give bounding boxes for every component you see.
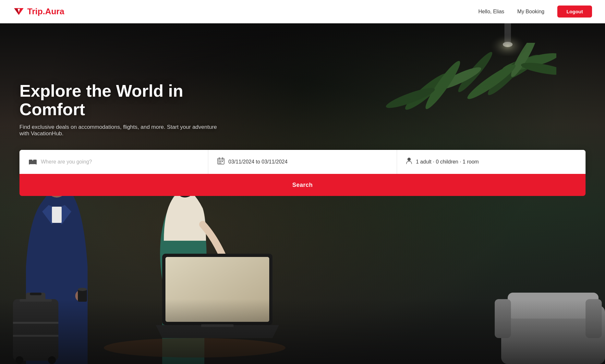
svg-marker-1 bbox=[14, 8, 19, 15]
svg-rect-54 bbox=[220, 163, 221, 164]
svg-point-19 bbox=[78, 288, 87, 291]
my-booking-link[interactable]: My Booking bbox=[517, 9, 545, 15]
search-container: 03/11/2024 to 03/11/2024 1 adult · 0 chi… bbox=[0, 150, 605, 196]
svg-rect-51 bbox=[220, 161, 221, 162]
guests-field[interactable]: 1 adult · 0 children · 1 room bbox=[397, 150, 586, 174]
svg-rect-50 bbox=[219, 161, 220, 162]
destination-field[interactable] bbox=[19, 150, 208, 174]
nav-right: Hello, Elias My Booking Logout bbox=[478, 6, 592, 18]
hero-content: Explore the World in Comfort Find exclus… bbox=[0, 23, 605, 137]
svg-rect-16 bbox=[52, 207, 62, 223]
svg-rect-53 bbox=[219, 163, 220, 164]
hero-title: Explore the World in Comfort bbox=[19, 82, 247, 119]
logo-trip: Trip. bbox=[27, 6, 45, 16]
logo[interactable]: Trip.Aura bbox=[13, 6, 64, 18]
svg-rect-42 bbox=[29, 160, 32, 162]
nav-greeting: Hello, Elias bbox=[478, 9, 504, 15]
date-field[interactable]: 03/11/2024 to 03/11/2024 bbox=[208, 150, 397, 174]
svg-rect-52 bbox=[222, 161, 223, 162]
date-value: 03/11/2024 to 03/11/2024 bbox=[228, 159, 287, 165]
calendar-icon bbox=[217, 157, 224, 166]
svg-point-55 bbox=[407, 158, 411, 161]
destination-input[interactable] bbox=[41, 159, 199, 165]
bottom-overlay bbox=[0, 299, 605, 364]
logo-text: Trip.Aura bbox=[27, 6, 64, 17]
svg-rect-44 bbox=[29, 164, 30, 164]
hero-subtitle: Find exclusive deals on accommodations, … bbox=[19, 124, 221, 137]
svg-rect-45 bbox=[36, 164, 37, 164]
svg-rect-43 bbox=[33, 160, 37, 162]
navbar: Trip.Aura Hello, Elias My Booking Logout bbox=[0, 0, 605, 23]
logo-icon bbox=[13, 6, 25, 18]
logo-aura: Aura bbox=[45, 6, 64, 16]
guests-value: 1 adult · 0 children · 1 room bbox=[416, 159, 479, 165]
logout-button[interactable]: Logout bbox=[557, 6, 592, 18]
svg-rect-23 bbox=[30, 293, 42, 295]
search-fields: 03/11/2024 to 03/11/2024 1 adult · 0 chi… bbox=[19, 150, 586, 174]
bed-icon bbox=[29, 157, 37, 166]
search-button[interactable]: Search bbox=[19, 174, 586, 196]
hero-section: Explore the World in Comfort Find exclus… bbox=[0, 23, 605, 364]
person-icon bbox=[406, 157, 412, 166]
